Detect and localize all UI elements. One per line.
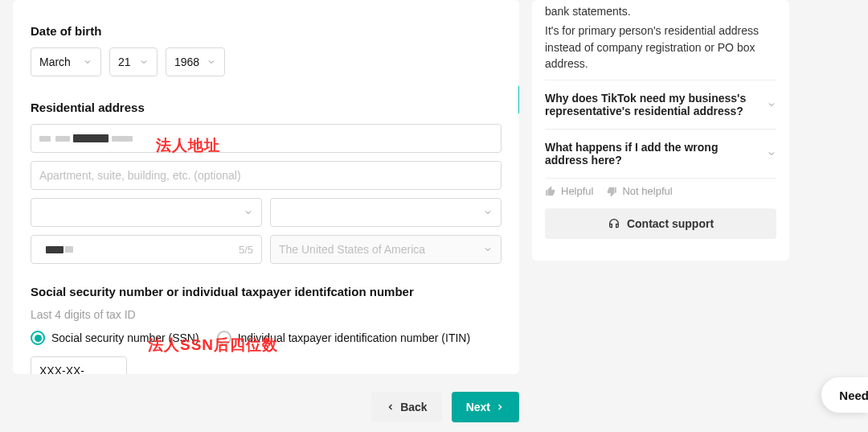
main-form-card: Date of birth March 21 1968 Residential … [13,0,519,374]
country-value: The United States of America [279,243,425,256]
state-select[interactable] [270,198,502,227]
back-label: Back [400,401,427,413]
dob-year-value: 1968 [174,56,199,68]
faq-title-1: Why does TikTok need my business's repre… [545,92,754,117]
dob-title: Date of birth [31,24,502,38]
help-panel: bank statements. It's for primary person… [532,0,789,261]
dob-day-value: 21 [118,56,131,68]
scroll-indicator [518,85,519,114]
chevron-left-icon [386,402,395,412]
faq-item-1[interactable]: Why does TikTok need my business's repre… [545,80,776,129]
chevron-down-icon [207,57,216,67]
feedback-helpful-label: Helpful [561,185,593,197]
ssn-subtitle: Last 4 digits of tax ID [31,308,502,321]
need-help-label: Need [839,389,868,402]
headset-icon [608,217,620,230]
next-label: Next [466,401,490,413]
country-select[interactable]: The United States of America [270,235,502,264]
chevron-down-icon [483,245,493,254]
feedback-not-helpful[interactable]: Not helpful [606,185,672,197]
back-button[interactable]: Back [371,392,441,422]
thumb-up-icon [545,186,556,197]
address-line2-input[interactable]: Apartment, suite, building, etc. (option… [31,161,502,190]
city-select[interactable] [31,198,262,227]
radio-itin-label: Individual taxpayer identification numbe… [238,331,470,344]
chevron-down-icon [483,208,493,217]
dob-month-select[interactable]: March [31,47,101,76]
faq-item-2[interactable]: What happens if I add the wrong address … [545,129,776,179]
need-help-pill[interactable]: Need [821,377,868,413]
radio-ssn[interactable]: Social security number (SSN) [31,331,199,345]
chevron-down-icon [244,208,253,217]
radio-dot-icon [31,331,45,345]
chevron-right-icon [495,402,505,412]
dob-year-select[interactable]: 1968 [166,47,225,76]
help-intro-2: It's for primary person's residential ad… [545,23,776,72]
chevron-down-icon [767,100,776,109]
zip-input[interactable]: 5/5 [31,235,262,264]
state-value [279,205,290,219]
dob-month-value: March [39,56,71,68]
dob-day-select[interactable]: 21 [109,47,158,76]
ssn-prefix: XXX-XX- [39,364,84,374]
feedback-not-helpful-label: Not helpful [622,185,672,197]
radio-ssn-label: Social security number (SSN) [51,331,199,344]
chevron-down-icon [139,57,149,67]
radio-itin[interactable]: Individual taxpayer identification numbe… [217,331,470,345]
chevron-down-icon [767,149,776,158]
chevron-down-icon [83,57,92,67]
ssn-last4-input[interactable]: XXX-XX- [31,356,127,374]
zip-counter: 5/5 [239,244,253,256]
footer-actions: Back Next [13,392,519,422]
thumb-down-icon [606,186,617,197]
radio-dot-icon [217,331,231,345]
next-button[interactable]: Next [452,392,519,422]
contact-support-button[interactable]: Contact support [545,208,776,239]
feedback-helpful[interactable]: Helpful [545,185,593,197]
address-title: Residential address [31,101,502,114]
help-intro-tail: bank statements. [545,3,776,19]
faq-title-2: What happens if I add the wrong address … [545,141,754,167]
address-line1-input[interactable] [31,124,502,153]
ssn-title: Social security number or individual tax… [31,285,502,298]
contact-support-label: Contact support [627,217,714,230]
